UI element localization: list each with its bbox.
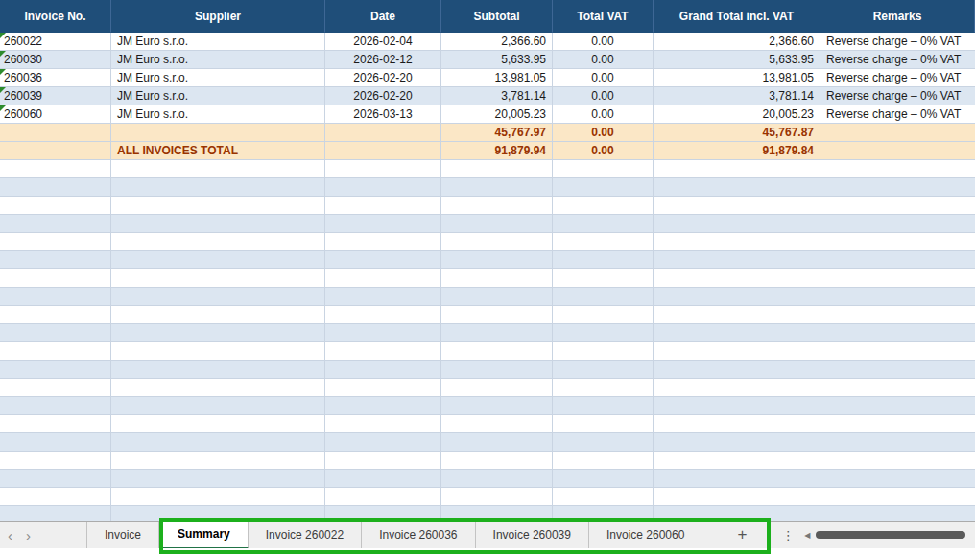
scroll-left-icon[interactable]: ◀: [804, 531, 810, 540]
empty-cell[interactable]: [553, 415, 654, 433]
empty-cell[interactable]: [111, 488, 325, 506]
column-header[interactable]: Grand Total incl. VAT: [654, 0, 820, 33]
empty-cell[interactable]: [441, 506, 553, 521]
empty-cell[interactable]: [0, 506, 111, 521]
empty-cell[interactable]: [325, 142, 441, 160]
empty-cell[interactable]: [654, 397, 820, 415]
empty-cell[interactable]: [0, 160, 111, 178]
cell-subtotal[interactable]: 2,366.60: [441, 33, 553, 51]
empty-cell[interactable]: [325, 269, 441, 288]
empty-cell[interactable]: [820, 361, 975, 379]
empty-cell[interactable]: [654, 288, 820, 306]
empty-cell[interactable]: [325, 124, 441, 142]
empty-cell[interactable]: [111, 506, 325, 521]
cell-supplier[interactable]: JM Euro s.r.o.: [111, 105, 325, 124]
empty-cell[interactable]: [325, 197, 441, 215]
empty-cell[interactable]: [441, 415, 553, 433]
cell-invoice-no[interactable]: 260030: [0, 51, 111, 69]
cell-subtotal[interactable]: 20,005.23: [441, 105, 553, 124]
cell-date[interactable]: 2026-03-13: [325, 105, 441, 124]
cell-total-vat[interactable]: 0.00: [553, 105, 654, 124]
cell-remarks[interactable]: Reverse charge – 0% VAT: [820, 69, 975, 87]
column-header[interactable]: Date: [325, 0, 441, 33]
empty-cell[interactable]: [0, 251, 111, 269]
tab-overflow-menu-icon[interactable]: ⋮: [779, 525, 797, 546]
cell-invoice-no[interactable]: 260039: [0, 87, 111, 105]
empty-cell[interactable]: [0, 470, 111, 488]
empty-cell[interactable]: [553, 361, 654, 379]
empty-cell[interactable]: [441, 288, 553, 306]
empty-cell[interactable]: [820, 269, 975, 288]
empty-cell[interactable]: [111, 470, 325, 488]
empty-cell[interactable]: [0, 488, 111, 506]
column-header[interactable]: Subtotal: [441, 0, 553, 33]
empty-cell[interactable]: [325, 160, 441, 178]
empty-cell[interactable]: [0, 197, 111, 215]
empty-cell[interactable]: [0, 324, 111, 342]
empty-cell[interactable]: [325, 379, 441, 397]
sheet-tab-invoice-260060[interactable]: Invoice 260060: [589, 522, 702, 548]
empty-cell[interactable]: [654, 269, 820, 288]
cell-total-vat[interactable]: 0.00: [553, 51, 654, 69]
sheet-tab-invoice-260036[interactable]: Invoice 260036: [362, 522, 475, 548]
empty-cell[interactable]: [654, 197, 820, 215]
empty-cell[interactable]: [820, 197, 975, 215]
scrollbar-thumb[interactable]: [816, 531, 966, 539]
empty-cell[interactable]: [111, 397, 325, 415]
empty-cell[interactable]: [325, 452, 441, 470]
empty-cell[interactable]: [654, 506, 820, 521]
empty-cell[interactable]: [553, 160, 654, 178]
empty-cell[interactable]: [325, 233, 441, 251]
empty-cell[interactable]: [553, 506, 654, 521]
cell-subtotal-total[interactable]: 45,767.97: [441, 124, 553, 142]
empty-cell[interactable]: [654, 415, 820, 433]
empty-cell[interactable]: [820, 506, 975, 521]
cell-invoice-no[interactable]: 260060: [0, 105, 111, 124]
empty-cell[interactable]: [111, 452, 325, 470]
empty-cell[interactable]: [820, 251, 975, 269]
empty-cell[interactable]: [553, 233, 654, 251]
empty-cell[interactable]: [820, 233, 975, 251]
column-header[interactable]: Supplier: [111, 0, 325, 33]
empty-cell[interactable]: [441, 433, 553, 452]
cell-remarks[interactable]: Reverse charge – 0% VAT: [820, 87, 975, 105]
empty-cell[interactable]: [553, 215, 654, 233]
sheet-tab-summary[interactable]: Summary: [159, 522, 249, 548]
cell-grand-total-total[interactable]: 91,879.84: [654, 142, 820, 160]
cell-total-vat[interactable]: 0.00: [553, 87, 654, 105]
new-sheet-button[interactable]: +: [731, 525, 752, 546]
cell-subtotal[interactable]: 13,981.05: [441, 69, 553, 87]
empty-cell[interactable]: [111, 215, 325, 233]
empty-cell[interactable]: [441, 361, 553, 379]
empty-cell[interactable]: [111, 342, 325, 361]
empty-cell[interactable]: [820, 415, 975, 433]
cell-remarks[interactable]: Reverse charge – 0% VAT: [820, 51, 975, 69]
empty-cell[interactable]: [441, 197, 553, 215]
empty-cell[interactable]: [654, 433, 820, 452]
empty-cell[interactable]: [111, 269, 325, 288]
empty-cell[interactable]: [0, 233, 111, 251]
empty-cell[interactable]: [441, 324, 553, 342]
empty-cell[interactable]: [553, 324, 654, 342]
cell-total-vat-total[interactable]: 0.00: [553, 142, 654, 160]
cell-totals-label[interactable]: [111, 124, 325, 142]
empty-cell[interactable]: [325, 306, 441, 324]
empty-cell[interactable]: [654, 488, 820, 506]
cell-invoice-no[interactable]: 260022: [0, 33, 111, 51]
column-header[interactable]: Total VAT: [553, 0, 654, 33]
empty-cell[interactable]: [654, 379, 820, 397]
empty-cell[interactable]: [111, 324, 325, 342]
cell-grand-total[interactable]: 5,633.95: [654, 51, 820, 69]
cell-subtotal[interactable]: 5,633.95: [441, 51, 553, 69]
empty-cell[interactable]: [441, 342, 553, 361]
empty-cell[interactable]: [111, 251, 325, 269]
cell-invoice-no[interactable]: 260036: [0, 69, 111, 87]
empty-cell[interactable]: [654, 324, 820, 342]
empty-cell[interactable]: [820, 215, 975, 233]
cell-grand-total[interactable]: 20,005.23: [654, 105, 820, 124]
empty-cell[interactable]: [0, 452, 111, 470]
cell-supplier[interactable]: JM Euro s.r.o.: [111, 69, 325, 87]
column-header[interactable]: Remarks: [820, 0, 975, 33]
empty-cell[interactable]: [0, 342, 111, 361]
empty-cell[interactable]: [820, 433, 975, 452]
